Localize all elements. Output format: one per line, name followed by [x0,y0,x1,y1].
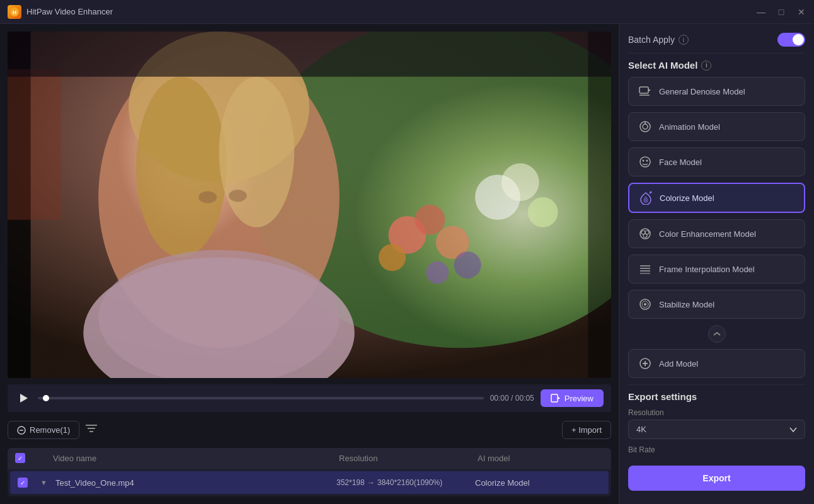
model-animation[interactable]: Animation Model [628,112,805,141]
colorize-label: Colorize Model [660,193,714,203]
header-check: ✓ [15,453,38,463]
play-button[interactable] [15,390,32,406]
video-player [8,32,611,378]
color-enhancement-label: Color Enhancement Model [659,229,756,239]
svg-point-16 [136,77,226,258]
row-video-name: Test_Video_One.mp4 [55,478,336,488]
model-frame-interpolation[interactable]: Frame Interpolation Model [628,255,805,284]
svg-rect-23 [588,32,611,378]
video-thumbnail [8,32,611,378]
frame-interpolation-label: Frame Interpolation Model [659,265,755,274]
preview-button[interactable]: Preview [541,389,604,407]
row-expand-icon: ▼ [40,479,55,486]
divider-2 [628,384,805,385]
svg-point-41 [643,160,645,162]
ai-model-info-icon[interactable]: i [701,60,711,71]
row-ai-model: Colorize Model [475,478,601,488]
colorize-icon [638,190,653,205]
animation-label: Animation Model [659,122,720,132]
time-display: 00:00 / 00:05 [490,394,534,403]
close-button[interactable]: ✕ [796,7,806,17]
progress-dot[interactable] [43,395,49,401]
svg-point-13 [454,251,481,278]
left-panel: 00:00 / 00:05 Preview Remove(1) [0,24,619,504]
export-button[interactable]: Export [628,466,805,491]
logo-icon: H [8,5,21,19]
general-denoise-icon [638,84,653,99]
face-label: Face Model [659,158,702,167]
maximize-button[interactable]: □ [776,7,786,17]
add-model-label: Add Model [659,359,698,369]
svg-point-6 [415,205,445,235]
file-table: ✓ Video name Resolution AI model ✓ ▼ Tes… [8,448,611,496]
svg-point-44 [650,192,652,193]
model-general-denoise[interactable]: General Denoise Model [628,77,805,106]
header-ai-model: AI model [478,454,604,463]
batch-apply-toggle[interactable] [777,33,805,47]
batch-apply-label: Batch Apply i [628,35,689,45]
svg-point-18 [198,191,217,203]
remove-button[interactable]: Remove(1) [8,421,79,439]
general-denoise-label: General Denoise Model [659,87,745,96]
row-checkbox[interactable]: ✓ [18,478,40,488]
svg-point-19 [229,190,247,202]
filter-icon[interactable] [84,423,98,437]
resolution-label: Resolution [628,408,805,417]
minimize-button[interactable]: — [756,7,766,17]
resolution-select[interactable]: 4K [628,420,805,439]
titlebar: H HitPaw Video Enhancer — □ ✕ [0,0,814,24]
bitrate-label: Bit Rate [628,445,805,454]
model-face[interactable]: Face Model [628,147,805,176]
svg-point-10 [502,163,539,201]
svg-rect-25 [8,32,611,77]
header-resolution: Resolution [339,454,478,463]
svg-rect-27 [551,394,558,402]
color-enhancement-icon [638,226,653,241]
svg-point-11 [528,197,558,227]
svg-point-17 [219,77,295,227]
svg-point-7 [379,244,406,271]
model-stabilize[interactable]: Stabilize Model [628,290,805,319]
export-settings: Export settings [628,391,805,402]
svg-marker-28 [558,397,560,399]
divider-1 [628,53,805,54]
row-resolution: 352*198 → 3840*2160(1090%) [336,478,475,487]
model-color-enhancement[interactable]: Color Enhancement Model [628,219,805,248]
add-model-button[interactable]: Add Model [628,349,805,378]
select-all-checkbox[interactable]: ✓ [15,453,25,463]
stabilize-icon [638,297,653,312]
stabilize-label: Stabilize Model [659,300,714,309]
import-button[interactable]: + Import [562,421,611,439]
animation-icon [638,119,653,134]
select-ai-model-title: Select AI Model i [628,60,805,71]
bitrate-setting: Bit Rate [628,445,805,457]
header-video-name: Video name [53,454,339,463]
resolution-setting: Resolution 4K [628,408,805,439]
window-controls: — □ ✕ [756,7,806,17]
collapse-button[interactable] [708,325,726,343]
svg-marker-26 [20,394,28,403]
frame-interpolation-icon [638,261,653,277]
progress-bar[interactable] [38,397,484,399]
table-row[interactable]: ✓ ▼ Test_Video_One.mp4 352*198 → 3840*21… [10,471,609,494]
video-controls: 00:00 / 00:05 Preview [8,384,611,412]
face-icon [638,154,653,169]
svg-point-42 [646,160,648,162]
svg-point-55 [644,303,646,306]
toggle-knob [793,34,804,45]
svg-point-38 [643,124,648,129]
svg-point-40 [640,157,650,167]
svg-point-48 [643,234,647,238]
app-logo: H HitPaw Video Enhancer [8,5,113,19]
app-title: HitPaw Video Enhancer [26,7,113,16]
right-panel: Batch Apply i Select AI Model i [619,24,814,504]
chevron-down-icon [789,427,797,432]
batch-apply-info-icon[interactable]: i [679,35,689,45]
model-colorize[interactable]: Colorize Model [628,183,805,213]
collapse-row [628,325,805,343]
main-content: 00:00 / 00:05 Preview Remove(1) [0,24,814,504]
svg-point-12 [426,261,449,284]
resolution-value: 4K [636,425,646,434]
table-header: ✓ Video name Resolution AI model [8,448,611,469]
svg-rect-24 [8,69,60,220]
